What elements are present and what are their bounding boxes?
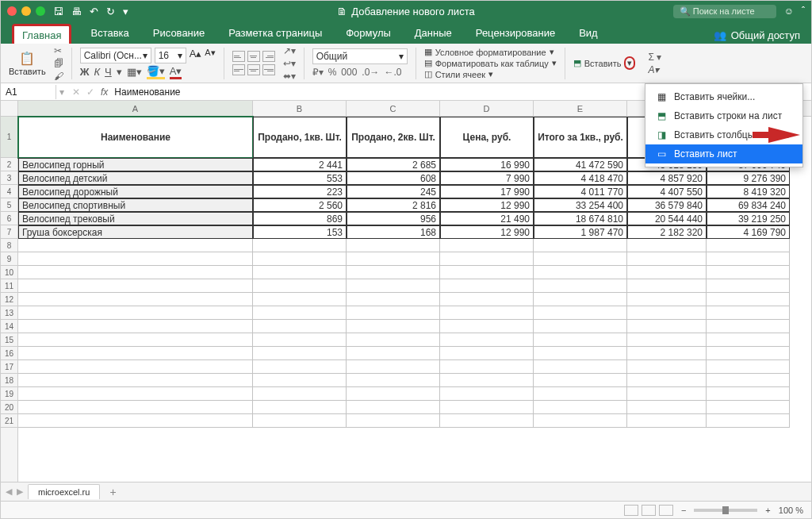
empty-cell[interactable] <box>347 252 440 266</box>
empty-cell[interactable] <box>347 414 440 428</box>
empty-cell[interactable] <box>347 306 440 320</box>
empty-cell[interactable] <box>347 347 440 360</box>
zoom-out-icon[interactable]: − <box>681 506 686 515</box>
bold-button[interactable]: Ж <box>80 66 90 78</box>
empty-cell[interactable] <box>440 293 534 306</box>
table-cell[interactable]: 9 276 390 <box>707 171 790 185</box>
chevron-up-icon[interactable]: ˆ <box>802 6 805 17</box>
empty-cell[interactable] <box>18 414 253 428</box>
page-layout-view-icon[interactable] <box>642 505 656 516</box>
insert-sheet-item[interactable]: ▭Вставить лист <box>645 144 802 163</box>
empty-cell[interactable] <box>627 239 707 252</box>
tab-formulas[interactable]: Формулы <box>341 24 396 44</box>
empty-cell[interactable] <box>440 347 534 360</box>
table-cell[interactable]: 7 990 <box>440 171 534 185</box>
empty-cell[interactable] <box>534 266 627 279</box>
table-cell[interactable]: 956 <box>347 212 440 225</box>
empty-cell[interactable] <box>534 333 627 347</box>
row-header-6[interactable]: 6 <box>1 212 17 225</box>
empty-cell[interactable] <box>534 239 627 252</box>
empty-cell[interactable] <box>253 414 347 428</box>
table-cell[interactable]: 2 560 <box>253 198 347 212</box>
font-name-select[interactable]: Calibri (Осн...▾ <box>80 48 151 63</box>
autosum-icon[interactable]: Σ ▾ <box>648 52 661 63</box>
tab-draw[interactable]: Рисование <box>148 24 209 44</box>
table-cell[interactable]: Велосипед детский <box>18 171 253 185</box>
col-header-c[interactable]: C <box>347 101 440 116</box>
empty-cell[interactable] <box>707 320 790 333</box>
empty-cell[interactable] <box>440 374 534 387</box>
insert-cells-item[interactable]: ▦Вставить ячейки... <box>645 87 802 106</box>
page-break-view-icon[interactable] <box>659 505 673 516</box>
italic-button[interactable]: К <box>94 66 100 78</box>
empty-cell[interactable] <box>707 239 790 252</box>
fill-color-icon[interactable]: 🪣▾ <box>147 65 165 79</box>
format-painter-icon[interactable]: 🖌 <box>54 71 63 82</box>
underline-button[interactable]: Ч <box>105 66 112 78</box>
table-cell[interactable]: 17 990 <box>440 185 534 198</box>
empty-cell[interactable] <box>18 279 253 293</box>
row-header-7[interactable]: 7 <box>1 225 17 239</box>
empty-cell[interactable] <box>534 374 627 387</box>
redo-icon[interactable]: ↻ <box>106 6 115 17</box>
percent-icon[interactable]: % <box>328 67 337 78</box>
table-cell[interactable]: Велосипед горный <box>18 158 253 171</box>
empty-cell[interactable] <box>707 360 790 374</box>
row-header[interactable]: 21 <box>1 414 17 428</box>
row-header[interactable]: 19 <box>1 387 17 401</box>
currency-icon[interactable]: ₽▾ <box>312 67 324 78</box>
empty-cell[interactable] <box>707 387 790 401</box>
normal-view-icon[interactable] <box>624 505 638 516</box>
empty-cell[interactable] <box>18 360 253 374</box>
empty-cell[interactable] <box>627 252 707 266</box>
merge-icon[interactable]: ⬌▾ <box>283 71 296 82</box>
empty-cell[interactable] <box>18 387 253 401</box>
empty-cell[interactable] <box>347 293 440 306</box>
empty-cell[interactable] <box>253 347 347 360</box>
empty-cell[interactable] <box>707 266 790 279</box>
empty-cell[interactable] <box>18 266 253 279</box>
empty-cell[interactable] <box>18 347 253 360</box>
empty-cell[interactable] <box>534 414 627 428</box>
empty-cell[interactable] <box>253 401 347 414</box>
empty-cell[interactable] <box>627 347 707 360</box>
row-header-3[interactable]: 3 <box>1 171 17 185</box>
formula-input[interactable]: Наименование <box>114 86 180 98</box>
empty-cell[interactable] <box>627 360 707 374</box>
table-cell[interactable]: 21 490 <box>440 212 534 225</box>
sheet-tab[interactable]: microexcel.ru <box>28 484 100 499</box>
empty-cell[interactable] <box>440 306 534 320</box>
user-icon[interactable]: ☺ <box>784 6 794 17</box>
table-cell[interactable]: 20 544 440 <box>627 212 707 225</box>
table-cell[interactable]: 4 011 770 <box>534 185 627 198</box>
comma-icon[interactable]: 000 <box>341 67 357 78</box>
empty-cell[interactable] <box>707 252 790 266</box>
table-cell[interactable]: 2 816 <box>347 198 440 212</box>
empty-cell[interactable] <box>534 252 627 266</box>
col-header-e[interactable]: E <box>534 101 627 116</box>
row-header[interactable]: 20 <box>1 401 17 414</box>
empty-cell[interactable] <box>627 414 707 428</box>
border-icon[interactable]: ▦▾ <box>127 66 142 78</box>
table-cell[interactable]: Велосипед спортивный <box>18 198 253 212</box>
paste-button[interactable]: 📋 Вставить <box>9 51 46 76</box>
empty-cell[interactable] <box>253 239 347 252</box>
table-cell[interactable]: 223 <box>253 185 347 198</box>
sheet-prev-icon[interactable]: ◀ <box>6 486 12 497</box>
empty-cell[interactable] <box>627 266 707 279</box>
table-cell[interactable]: 2 685 <box>347 158 440 171</box>
empty-cell[interactable] <box>534 401 627 414</box>
zoom-level[interactable]: 100 % <box>779 506 803 515</box>
empty-cell[interactable] <box>253 387 347 401</box>
tab-view[interactable]: Вид <box>574 24 603 44</box>
row-header[interactable]: 13 <box>1 306 17 320</box>
search-input[interactable]: 🔍 Поиск на листе <box>673 5 776 18</box>
cell-styles-button[interactable]: ◫Стили ячеек▾ <box>424 69 557 79</box>
share-button[interactable]: 👥 Общий доступ <box>714 29 800 41</box>
empty-cell[interactable] <box>534 293 627 306</box>
increase-decimal-icon[interactable]: .0→ <box>362 67 379 78</box>
table-cell[interactable]: 36 579 840 <box>627 198 707 212</box>
table-cell[interactable]: 69 834 240 <box>707 198 790 212</box>
empty-cell[interactable] <box>534 306 627 320</box>
increase-font-icon[interactable]: A▴ <box>190 48 202 63</box>
